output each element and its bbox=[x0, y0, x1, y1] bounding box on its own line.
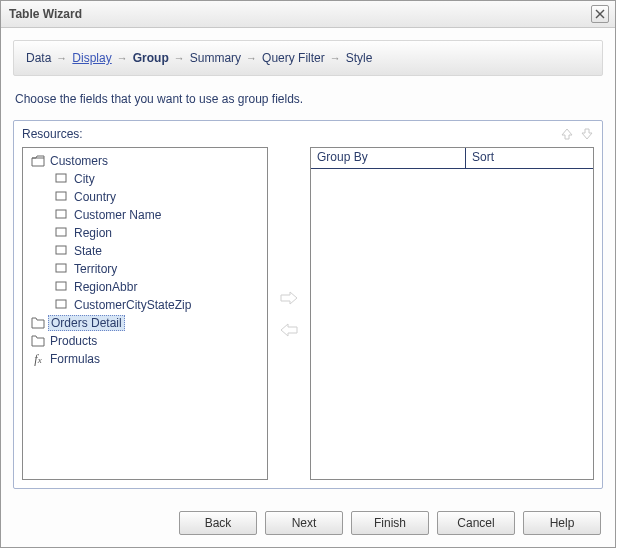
arrow-right-icon bbox=[280, 291, 298, 305]
field-icon bbox=[55, 245, 69, 257]
wizard-body: Data → Display → Group → Summary → Query… bbox=[1, 28, 615, 501]
field-icon bbox=[55, 227, 69, 239]
reorder-buttons bbox=[560, 127, 594, 141]
arrow-up-icon bbox=[560, 127, 574, 141]
field-icon bbox=[55, 263, 69, 275]
grid-header: Group By Sort bbox=[311, 148, 593, 169]
tree-field-customer-name[interactable]: Customer Name bbox=[25, 206, 265, 224]
tree-field-country[interactable]: Country bbox=[25, 188, 265, 206]
breadcrumb-step-queryfilter[interactable]: Query Filter bbox=[262, 51, 325, 65]
tree-node-customers[interactable]: Customers bbox=[25, 152, 265, 170]
tree-field-customer-city-state-zip[interactable]: CustomerCityStateZip bbox=[25, 296, 265, 314]
panels: Customers City Country Customer Name bbox=[22, 147, 594, 480]
tree-node-formulas[interactable]: fx Formulas bbox=[25, 350, 265, 368]
breadcrumb-arrow-icon: → bbox=[330, 52, 341, 64]
breadcrumb-arrow-icon: → bbox=[56, 52, 67, 64]
tree-field-region[interactable]: Region bbox=[25, 224, 265, 242]
tree-node-label: Products bbox=[49, 334, 98, 348]
breadcrumb-box: Data → Display → Group → Summary → Query… bbox=[13, 40, 603, 76]
content-frame: Resources: bbox=[13, 120, 603, 489]
svg-rect-9 bbox=[56, 300, 66, 308]
breadcrumb-step-data[interactable]: Data bbox=[26, 51, 51, 65]
field-icon bbox=[55, 209, 69, 221]
close-button[interactable] bbox=[591, 5, 609, 23]
svg-rect-8 bbox=[56, 282, 66, 290]
breadcrumb-step-summary[interactable]: Summary bbox=[190, 51, 241, 65]
titlebar: Table Wizard bbox=[1, 1, 615, 28]
close-icon bbox=[595, 9, 605, 19]
table-wizard-window: Table Wizard Data → Display → Group → Su… bbox=[0, 0, 616, 548]
grid-body[interactable] bbox=[311, 169, 593, 479]
tree-node-orders-detail[interactable]: Orders Detail bbox=[25, 314, 265, 332]
svg-rect-3 bbox=[56, 192, 66, 200]
field-icon bbox=[55, 191, 69, 203]
button-bar: Back Next Finish Cancel Help bbox=[1, 501, 615, 547]
resources-label: Resources: bbox=[22, 127, 83, 141]
finish-button[interactable]: Finish bbox=[351, 511, 429, 535]
tree-field-label: Region bbox=[73, 226, 113, 240]
tree-field-state[interactable]: State bbox=[25, 242, 265, 260]
formula-icon: fx bbox=[31, 352, 45, 367]
tree-field-territory[interactable]: Territory bbox=[25, 260, 265, 278]
move-down-button[interactable] bbox=[580, 127, 594, 141]
field-icon bbox=[55, 281, 69, 293]
next-button[interactable]: Next bbox=[265, 511, 343, 535]
tree-field-city[interactable]: City bbox=[25, 170, 265, 188]
back-button[interactable]: Back bbox=[179, 511, 257, 535]
tree-field-label: Territory bbox=[73, 262, 118, 276]
breadcrumb-arrow-icon: → bbox=[246, 52, 257, 64]
tree-node-label: Customers bbox=[49, 154, 109, 168]
svg-rect-6 bbox=[56, 246, 66, 254]
tree-field-label: CustomerCityStateZip bbox=[73, 298, 192, 312]
resources-tree[interactable]: Customers City Country Customer Name bbox=[22, 147, 268, 480]
column-header-group-by[interactable]: Group By bbox=[311, 148, 466, 168]
tree-field-region-abbr[interactable]: RegionAbbr bbox=[25, 278, 265, 296]
move-up-button[interactable] bbox=[560, 127, 574, 141]
tree-field-label: City bbox=[73, 172, 96, 186]
add-button[interactable] bbox=[280, 291, 298, 305]
breadcrumb-arrow-icon: → bbox=[174, 52, 185, 64]
field-icon bbox=[55, 299, 69, 311]
folder-icon bbox=[31, 317, 45, 329]
resources-header: Resources: bbox=[22, 127, 594, 143]
move-buttons-column bbox=[276, 147, 302, 480]
folder-icon bbox=[31, 155, 45, 167]
svg-rect-7 bbox=[56, 264, 66, 272]
svg-rect-5 bbox=[56, 228, 66, 236]
svg-rect-4 bbox=[56, 210, 66, 218]
window-title: Table Wizard bbox=[9, 7, 82, 21]
tree-node-label: Orders Detail bbox=[48, 315, 125, 331]
tree-node-products[interactable]: Products bbox=[25, 332, 265, 350]
group-by-grid[interactable]: Group By Sort bbox=[310, 147, 594, 480]
remove-button[interactable] bbox=[280, 323, 298, 337]
arrow-left-icon bbox=[280, 323, 298, 337]
breadcrumb-step-style[interactable]: Style bbox=[346, 51, 373, 65]
instruction-text: Choose the fields that you want to use a… bbox=[15, 92, 601, 106]
breadcrumb-step-group: Group bbox=[133, 51, 169, 65]
tree-field-label: Country bbox=[73, 190, 117, 204]
tree-field-label: State bbox=[73, 244, 103, 258]
column-header-sort[interactable]: Sort bbox=[466, 148, 593, 168]
folder-icon bbox=[31, 335, 45, 347]
breadcrumb: Data → Display → Group → Summary → Query… bbox=[26, 51, 590, 65]
tree-field-label: RegionAbbr bbox=[73, 280, 138, 294]
help-button[interactable]: Help bbox=[523, 511, 601, 535]
arrow-down-icon bbox=[580, 127, 594, 141]
svg-rect-2 bbox=[56, 174, 66, 182]
tree-field-label: Customer Name bbox=[73, 208, 162, 222]
field-icon bbox=[55, 173, 69, 185]
cancel-button[interactable]: Cancel bbox=[437, 511, 515, 535]
breadcrumb-arrow-icon: → bbox=[117, 52, 128, 64]
tree-node-label: Formulas bbox=[49, 352, 101, 366]
breadcrumb-step-display[interactable]: Display bbox=[72, 51, 111, 65]
